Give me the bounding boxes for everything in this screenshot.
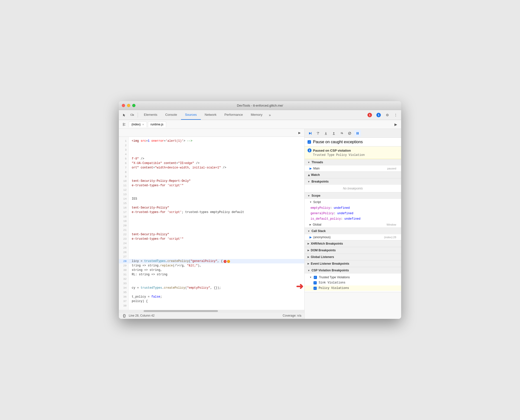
code-line-13 [129, 192, 304, 197]
message-count-button[interactable]: 1 [375, 112, 382, 118]
svg-marker-14 [333, 132, 335, 133]
line-num-19: 19 [119, 219, 129, 223]
step-over-button[interactable] [314, 130, 321, 137]
line-numbers: 1 2 3 4 5 6 7 8 9 10 11 12 13 14 15 16 1 [119, 137, 129, 310]
breakpoints-header[interactable]: ▼ Breakpoints [305, 178, 401, 185]
file-tab-runtime[interactable]: runtime.js [148, 121, 166, 127]
run-snippet-button[interactable]: ▶ [392, 121, 399, 128]
resume-button[interactable] [307, 130, 313, 137]
pointer-icon-button[interactable] [121, 112, 128, 118]
watch-triangle: ▶ [307, 174, 310, 176]
close-button[interactable] [122, 104, 125, 107]
pause-on-exceptions-toggle[interactable] [354, 130, 361, 137]
call-stack-section: ▼ Call Stack ▶ (anonymous) (index):28 [305, 228, 401, 240]
info-icon: ℹ [308, 148, 312, 152]
csp-breakpoints-content: ▼ ✓ Trusted Type Violations ✓ Sink Viola… [305, 274, 401, 292]
line-num-20: 20 [119, 223, 129, 228]
line-num-29: 29 [119, 263, 129, 268]
pause-exceptions-checkbox[interactable]: ✓ [308, 140, 311, 144]
code-content: <img src=1 onerror='alert(1)'> --> f-8" … [129, 137, 304, 310]
code-line-2 [129, 143, 304, 148]
deactivate-breakpoints-button[interactable] [346, 130, 353, 137]
line-num-37: 37 [119, 299, 129, 303]
dom-breakpoints-header[interactable]: ▶ DOM Breakpoints [305, 247, 401, 254]
play-button[interactable]: ▶ [296, 130, 302, 136]
trusted-type-violations-checkbox[interactable]: ✓ [314, 276, 317, 279]
call-stack-header[interactable]: ▼ Call Stack [305, 228, 401, 234]
svg-rect-3 [123, 125, 124, 126]
more-tabs-button[interactable]: » [266, 112, 273, 118]
scope-script-triangle: ▼ [310, 201, 312, 203]
tab-network[interactable]: Network [201, 110, 221, 120]
code-line-20 [129, 223, 304, 228]
line-num-21: 21 [119, 228, 129, 232]
pretty-print-button[interactable]: {} [122, 313, 127, 318]
trusted-type-violations-row: ▼ ✓ Trusted Type Violations [305, 275, 401, 280]
file-tab-index-close[interactable]: ✕ [142, 123, 144, 126]
call-stack-content: ▶ (anonymous) (index):28 [305, 234, 401, 240]
thread-main-label: Main [313, 167, 320, 170]
code-panel: ▶ 1 2 3 4 5 6 7 8 9 10 11 12 13 [119, 129, 305, 319]
watch-header[interactable]: ▶ Watch [305, 172, 401, 178]
tab-elements[interactable]: Elements [140, 110, 161, 120]
red-arrow-indicator: ➜ [296, 281, 303, 292]
pause-exceptions-row: ✓ Pause on caught exceptions [305, 138, 401, 146]
code-editor[interactable]: 1 2 3 4 5 6 7 8 9 10 11 12 13 14 15 16 1 [119, 137, 304, 310]
filetree-toggle-button[interactable] [121, 121, 128, 128]
code-line-10: tent-Security-Policy-Report-Only" [129, 179, 304, 183]
more-options-button[interactable]: ⋮ [392, 112, 399, 118]
error-count-button[interactable]: 1 [366, 112, 373, 118]
csp-breakpoints-header[interactable]: ▼ CSP Violation Breakpoints [305, 267, 401, 274]
line-num-33: 33 [119, 281, 129, 286]
scope-script-header[interactable]: ▼ Script [305, 199, 401, 205]
device-toggle-button[interactable] [129, 112, 136, 118]
minimize-button[interactable] [127, 104, 130, 107]
step-out-button[interactable] [330, 130, 337, 137]
code-line-4 [129, 152, 304, 157]
line-num-25: 25 [119, 246, 129, 250]
threads-section: ▼ Threads ▶ Main paused [305, 159, 401, 172]
code-line-24 [129, 241, 304, 246]
line-num-18: 18 [119, 214, 129, 219]
tab-sources[interactable]: Sources [181, 110, 201, 120]
line-num-5: 5 [119, 157, 129, 161]
line-num-13: 13 [119, 192, 129, 197]
status-bar: {} Line 28, Column 42 Coverage: n/a [119, 312, 304, 319]
code-line-5: f-8" /> [129, 157, 304, 161]
titlebar: DevTools - tt-enforced.glitch.me/ [119, 101, 401, 110]
tab-console[interactable]: Console [161, 110, 181, 120]
thread-main-status: paused [387, 167, 396, 170]
svg-line-20 [349, 132, 351, 134]
tab-memory[interactable]: Memory [247, 110, 266, 120]
xhr-breakpoints-header[interactable]: ▶ XHR/fetch Breakpoints [305, 240, 401, 247]
no-breakpoints-text: No breakpoints [305, 185, 401, 192]
horizontal-scrollbar[interactable] [119, 310, 304, 312]
global-listeners-header[interactable]: ▶ Global Listeners [305, 254, 401, 260]
threads-header[interactable]: ▼ Threads [305, 159, 401, 165]
thread-main-row: ▶ Main paused [305, 165, 401, 171]
step-into-button[interactable] [322, 130, 329, 137]
csp-violation-detail: Trusted Type Policy Violation [308, 153, 398, 157]
coverage-info: Coverage: n/a [283, 314, 301, 317]
scrollbar-thumb[interactable] [144, 310, 218, 312]
watch-section: ▶ Watch [305, 172, 401, 178]
line-num-7: 7 [119, 165, 129, 170]
scope-header[interactable]: ▼ Scope [305, 192, 401, 199]
scope-item-1: emptyPolicy: undefined [305, 205, 401, 211]
tab-performance[interactable]: Performance [220, 110, 247, 120]
status-left: {} Line 28, Column 42 [122, 313, 155, 318]
call-stack-triangle: ▼ [308, 230, 310, 233]
code-line-36: t_policy = false; [129, 295, 304, 299]
step-button[interactable] [338, 130, 345, 137]
event-breakpoints-header[interactable]: ▶ Event Listener Breakpoints [305, 260, 401, 267]
file-tab-index[interactable]: (index) ✕ [129, 121, 147, 127]
line-num-3: 3 [119, 148, 129, 152]
global-listeners-section: ▶ Global Listeners [305, 254, 401, 260]
settings-button[interactable]: ⚙ [384, 112, 391, 118]
message-badge: 1 [376, 113, 381, 117]
scope-global-row[interactable]: ▶ Global Window [305, 222, 401, 228]
policy-violations-checkbox[interactable]: ✓ [313, 287, 317, 290]
code-line-22: tent-Security-Policy" [129, 232, 304, 237]
sink-violations-checkbox[interactable]: ✓ [313, 281, 317, 284]
maximize-button[interactable] [132, 104, 135, 107]
